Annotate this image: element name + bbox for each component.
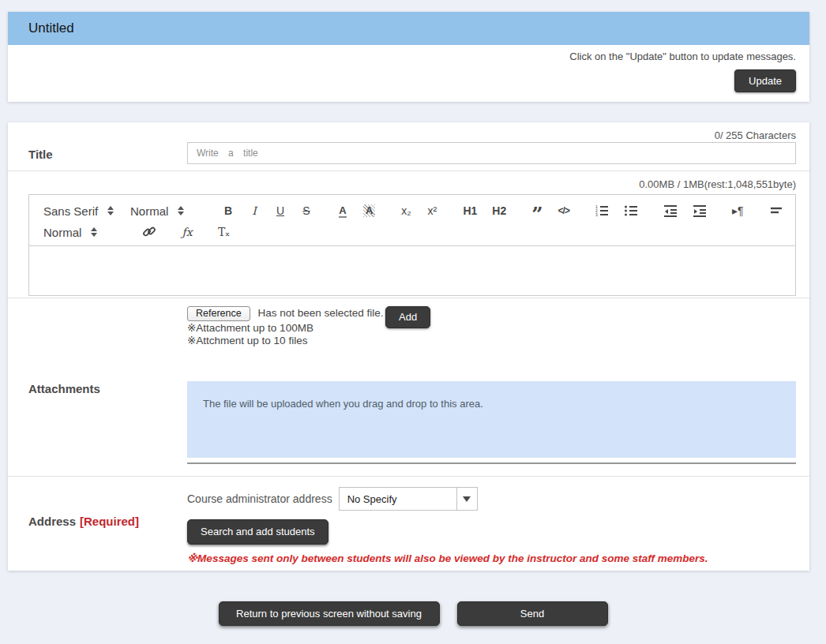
formula-button[interactable]: ƒx <box>179 223 195 242</box>
title-char-counter: 0/ 255 Characters <box>28 129 796 142</box>
svg-text:3: 3 <box>595 212 598 217</box>
picker-arrows-icon <box>178 206 184 215</box>
search-add-students-button[interactable]: Search and add students <box>187 519 329 545</box>
update-button[interactable]: Update <box>734 69 796 92</box>
underline-button[interactable]: U <box>272 201 288 220</box>
align-button[interactable] <box>767 201 786 220</box>
header2-button[interactable]: H2 <box>490 201 509 220</box>
body-editor-section: 0.00MB / 1MB(rest:1,048,551byte) Sans Se… <box>8 171 809 298</box>
select-dropdown-arrow-icon <box>456 488 477 510</box>
attachment-size-note: ※Attachment up to 100MB <box>187 322 796 335</box>
attachment-count-note: ※Attchment up to 10 files <box>187 335 796 347</box>
size-picker-label: Normal <box>43 226 81 239</box>
address-section: Address[Required] Course administrator a… <box>8 477 809 571</box>
title-input[interactable] <box>187 142 796 164</box>
ordered-list-icon: 123 <box>595 204 609 218</box>
code-block-button[interactable]: </> <box>556 201 572 220</box>
message-title-bar: Untitled <box>8 12 809 45</box>
bullet-list-button[interactable] <box>621 201 640 220</box>
address-label-text: Address <box>28 515 76 528</box>
header1-button[interactable]: H1 <box>460 201 479 220</box>
message-form-card: 0/ 255 Characters Title 0.00MB / 1MB(res… <box>8 122 809 571</box>
editor-content-area[interactable] <box>29 246 795 295</box>
address-label: Address[Required] <box>28 487 187 564</box>
rich-text-editor: Sans Serif Normal B I U S A A <box>28 194 796 296</box>
subscript-button[interactable]: x₂ <box>398 201 414 220</box>
link-button[interactable] <box>140 223 159 242</box>
dropzone-text: The file will be uploaded when you drag … <box>203 398 483 410</box>
attachments-label: Attachments <box>28 306 187 476</box>
bullet-list-icon <box>624 204 638 218</box>
course-admin-address-value: No Specify <box>340 488 456 510</box>
outdent-button[interactable] <box>661 201 680 220</box>
heading-picker[interactable]: Normal <box>130 204 200 218</box>
course-admin-address-label: Course administrator address <box>187 492 332 505</box>
text-color-icon: A <box>339 204 346 218</box>
clean-format-button[interactable]: Tₓ <box>216 223 232 242</box>
outdent-icon <box>663 204 678 218</box>
no-file-selected-text: Has not been selected file. <box>257 307 383 319</box>
update-panel: Click on the "Update" button to update m… <box>8 45 809 102</box>
message-header-card: Untitled Click on the "Update" button to… <box>8 12 809 102</box>
background-color-icon: A <box>363 204 375 217</box>
student-message-warning: ※Messages sent only between students wil… <box>187 552 796 564</box>
title-section: 0/ 255 Characters Title <box>8 122 809 171</box>
italic-button[interactable]: I <box>246 201 262 220</box>
update-note: Click on the "Update" button to update m… <box>21 51 796 62</box>
picker-arrows-icon <box>107 206 114 215</box>
size-picker[interactable]: Normal <box>43 226 119 239</box>
send-button[interactable]: Send <box>457 601 608 626</box>
superscript-button[interactable]: x² <box>424 201 440 220</box>
background-color-button[interactable]: A <box>361 201 377 220</box>
ordered-list-button[interactable]: 123 <box>592 201 611 220</box>
editor-size-info: 0.00MB / 1MB(rest:1,048,551byte) <box>28 178 796 191</box>
strikethrough-button[interactable]: S <box>298 201 314 220</box>
link-icon <box>142 225 156 239</box>
required-badge: [Required] <box>80 515 139 528</box>
font-picker-label: Sans Serif <box>43 204 98 218</box>
reference-file-button[interactable]: Reference <box>187 306 250 321</box>
title-label: Title <box>28 142 187 164</box>
font-picker[interactable]: Sans Serif <box>43 204 119 218</box>
editor-toolbar: Sans Serif Normal B I U S A A <box>29 195 795 246</box>
heading-picker-label: Normal <box>130 204 168 218</box>
return-without-saving-button[interactable]: Return to previous screen without saving <box>219 601 440 626</box>
indent-button[interactable] <box>690 201 709 220</box>
text-direction-button[interactable]: ▸¶ <box>730 201 746 220</box>
blockquote-button[interactable]: ” <box>529 201 545 220</box>
attachments-section: Attachments Reference Has not been selec… <box>8 298 809 477</box>
bold-button[interactable]: B <box>220 201 236 220</box>
file-dropzone[interactable]: The file will be uploaded when you drag … <box>187 381 796 458</box>
indent-icon <box>693 204 707 218</box>
footer-actions: Return to previous screen without saving… <box>0 601 826 626</box>
message-title: Untitled <box>28 21 74 36</box>
course-admin-address-select[interactable]: No Specify <box>339 487 478 511</box>
picker-arrows-icon <box>91 227 97 237</box>
text-color-button[interactable]: A <box>335 201 351 220</box>
align-icon <box>769 204 783 218</box>
add-attachment-button[interactable]: Add <box>385 306 430 328</box>
